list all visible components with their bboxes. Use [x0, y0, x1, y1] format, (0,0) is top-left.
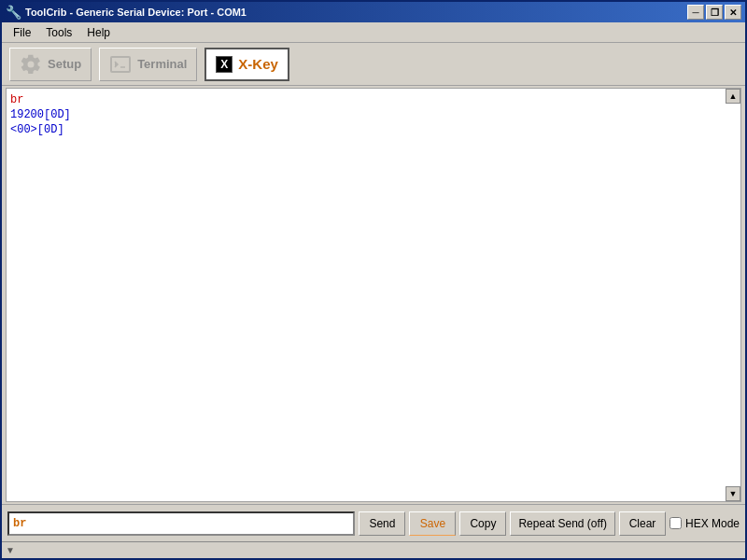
hex-mode-checkbox[interactable] — [669, 517, 682, 529]
hex-mode-label: HEX Mode — [685, 517, 740, 530]
terminal-button[interactable]: Terminal — [99, 48, 197, 81]
app-window: 🔧 ToolCrib - Generic Serial Device: Port… — [0, 0, 747, 560]
output-line: <00>[0D] — [10, 122, 737, 137]
setup-icon — [20, 53, 42, 76]
xkey-label: X-Key — [238, 56, 278, 72]
toolbar: Setup Terminal X X-Key — [2, 43, 745, 86]
xkey-button[interactable]: X X-Key — [204, 48, 289, 81]
copy-button[interactable]: Copy — [459, 511, 506, 536]
terminal-icon — [109, 53, 132, 76]
hex-mode-container: HEX Mode — [669, 517, 740, 530]
title-bar: 🔧 ToolCrib - Generic Serial Device: Port… — [2, 2, 745, 22]
scroll-down-button[interactable]: ▼ — [726, 486, 740, 501]
repeat-send-button[interactable]: Repeat Send (off) — [510, 511, 615, 536]
bottom-bar: Send Save Copy Repeat Send (off) Clear H… — [2, 504, 745, 541]
terminal-output: br19200[0D]<00>[0D] — [7, 89, 740, 501]
close-button[interactable]: ✕ — [725, 5, 741, 20]
terminal-label: Terminal — [137, 57, 187, 71]
send-button[interactable]: Send — [359, 511, 405, 536]
status-bar: ▼ — [2, 541, 745, 558]
status-arrow: ▼ — [6, 545, 15, 555]
title-bar-left: 🔧 ToolCrib - Generic Serial Device: Port… — [6, 5, 247, 20]
menu-tools[interactable]: Tools — [38, 24, 79, 41]
window-title: ToolCrib - Generic Serial Device: Port -… — [25, 7, 247, 18]
setup-button[interactable]: Setup — [9, 48, 92, 81]
output-line: 19200[0D] — [10, 107, 737, 122]
setup-label: Setup — [48, 57, 81, 71]
menu-file[interactable]: File — [6, 24, 38, 41]
save-button[interactable]: Save — [409, 511, 456, 536]
restore-button[interactable]: ❐ — [706, 5, 723, 20]
command-input[interactable] — [7, 511, 355, 536]
scroll-up-button[interactable]: ▲ — [726, 89, 740, 104]
xkey-icon: X — [216, 56, 233, 73]
main-content-area: ▲ br19200[0D]<00>[0D] ▼ — [6, 88, 741, 502]
clear-button[interactable]: Clear — [619, 511, 666, 536]
app-icon: 🔧 — [6, 5, 21, 20]
title-buttons: ─ ❐ ✕ — [687, 5, 741, 20]
minimize-button[interactable]: ─ — [687, 5, 704, 20]
output-line: br — [10, 92, 737, 107]
menu-help[interactable]: Help — [79, 24, 118, 41]
menu-bar: File Tools Help — [2, 22, 745, 43]
svg-rect-0 — [111, 57, 130, 72]
